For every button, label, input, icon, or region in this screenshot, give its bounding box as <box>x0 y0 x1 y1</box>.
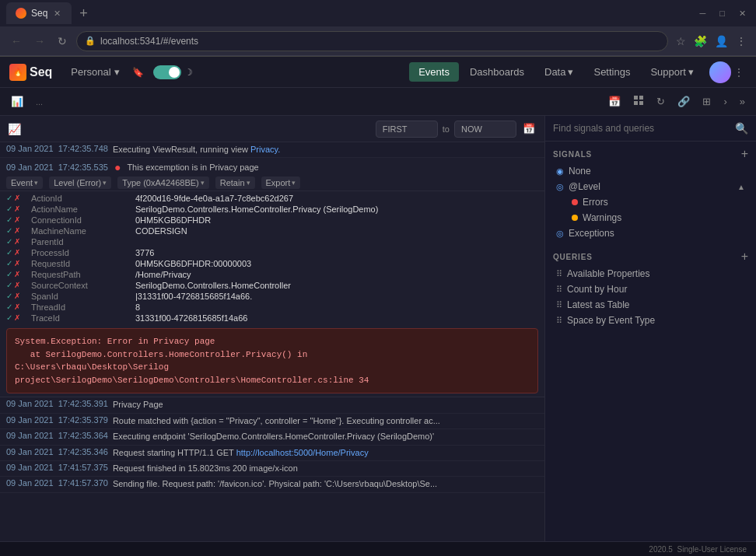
prop-value: 0HM5KGB6DFHDR <box>135 215 211 225</box>
nav-support-label: Support <box>650 66 686 78</box>
event-row[interactable]: 09 Jan 2021 17:42:35.379 Route matched w… <box>0 414 544 429</box>
nav-dashboards-link[interactable]: Dashboards <box>460 62 534 82</box>
app-logo: 🔥 Seq <box>9 64 52 81</box>
prop-row-processid: ✓✗ ProcessId 3776 <box>6 247 538 258</box>
signal-item-none[interactable]: ◉ None <box>553 163 748 179</box>
chart-toggle-button[interactable]: 📊 <box>6 93 28 110</box>
prop-value: 0HM5KGB6DFHDR:00000003 <box>135 259 251 268</box>
browser-chrome: Seq ✕ + ─ □ ✕ ← → ↻ 🔒 localhost:5341/#/e… <box>0 0 756 57</box>
toolbar-grid-button[interactable] <box>628 92 649 111</box>
forward-button[interactable]: → <box>31 33 48 49</box>
signal-item-warnings[interactable]: Warnings <box>569 210 748 226</box>
export-select[interactable]: Export ▾ <box>261 177 301 189</box>
toolbar-refresh-button[interactable]: ↻ <box>652 93 670 110</box>
nav-support-link[interactable]: Support ▾ <box>641 62 703 82</box>
toolbar-layout-button[interactable]: ⊞ <box>698 93 716 110</box>
privacy-link[interactable]: Privacy. <box>250 145 280 154</box>
new-tab-button[interactable]: + <box>75 5 93 22</box>
signal-item-level[interactable]: ◎ @Level ▲ <box>553 179 748 194</box>
sidebar-search-input[interactable] <box>553 123 730 134</box>
prop-x-icon: ✗ <box>14 248 20 257</box>
level-select[interactable]: Level (Error) ▾ <box>49 177 111 189</box>
nav-events-link[interactable]: Events <box>409 62 459 82</box>
lock-icon: 🔒 <box>85 36 96 46</box>
query-item-count-by-hour[interactable]: ⠿ Count by Hour <box>553 281 748 297</box>
retain-select[interactable]: Retain ▾ <box>215 177 255 189</box>
event-detail-header: 09 Jan 2021 17:42:35.535 ● This excempti… <box>0 158 544 175</box>
prop-row-actionname: ✓✗ ActionName SerilogDemo.Controllers.Ho… <box>6 204 538 215</box>
level-select-arrow-icon: ▾ <box>103 179 107 187</box>
expand-arrow-icon: ▲ <box>737 183 745 191</box>
tab-close-button[interactable]: ✕ <box>52 9 62 19</box>
bookmark-workspace-icon[interactable]: 🔖 <box>129 65 147 79</box>
signal-item-exceptions[interactable]: ◎ Exceptions <box>553 226 748 241</box>
type-select[interactable]: Type (0xA42468BE) ▾ <box>117 177 208 189</box>
prop-name: MachineName <box>31 226 132 236</box>
prop-row-connectionid: ✓✗ ConnectionId 0HM5KGB6DFHDR <box>6 215 538 226</box>
toolbar-link-button[interactable]: 🔗 <box>673 93 695 110</box>
toolbar-calendar-button[interactable]: 📅 <box>604 93 625 110</box>
event-row[interactable]: 09 Jan 2021 17:41:57.370 Sending file. R… <box>0 477 544 492</box>
add-query-button[interactable]: + <box>741 250 748 263</box>
menu-icon[interactable]: ⋮ <box>734 33 748 49</box>
nav-data-link[interactable]: Data ▾ <box>535 62 583 82</box>
prop-check-icon: ✓ <box>6 205 12 213</box>
theme-toggle-track[interactable] <box>153 65 181 79</box>
query-item-space-by-event-type[interactable]: ⠿ Space by Event Type <box>553 313 748 328</box>
prop-name: SourceContext <box>31 281 132 290</box>
prop-check-icon: ✓ <box>6 313 12 322</box>
time-from-input[interactable] <box>376 121 438 138</box>
signal-children: Errors Warnings <box>553 194 748 226</box>
event-row[interactable]: 09 Jan 2021 17:42:35.391 Privacy Page <box>0 397 544 413</box>
nav-more-button[interactable]: ⋮ <box>731 67 747 78</box>
close-window-button[interactable]: ✕ <box>735 7 750 20</box>
sidebar-search-icon[interactable]: 🔍 <box>735 122 748 135</box>
prop-row-sourcecontext: ✓✗ SourceContext SerilogDemo.Controllers… <box>6 280 538 291</box>
prop-row-parentid: ✓✗ ParentId <box>6 236 538 247</box>
event-row[interactable]: 09 Jan 2021 17:42:35.364 Executing endpo… <box>0 429 544 445</box>
back-button[interactable]: ← <box>8 33 25 49</box>
extensions-icon[interactable]: 🧩 <box>692 33 709 49</box>
license-label: Single-User License <box>677 545 747 554</box>
profile-icon[interactable]: 👤 <box>713 33 730 49</box>
bookmark-icon[interactable]: ☆ <box>674 33 688 49</box>
signal-item-errors[interactable]: Errors <box>569 194 748 210</box>
workspace-selector[interactable]: Personal ▾ <box>65 64 125 80</box>
maximize-button[interactable]: □ <box>716 7 729 19</box>
toolbar-more-button[interactable]: » <box>735 93 750 110</box>
reload-button[interactable]: ↻ <box>54 33 70 49</box>
user-avatar[interactable] <box>709 61 731 83</box>
event-row[interactable]: 09 Jan 2021 17:42:35.748 Executing ViewR… <box>0 142 544 158</box>
prop-value: 31331f00-4726815685f14a66 <box>135 313 247 323</box>
filter-input-area[interactable]: ... <box>31 94 47 110</box>
bar-chart-icon[interactable]: 📈 <box>8 123 21 135</box>
time-calendar-icon[interactable]: 📅 <box>521 121 537 136</box>
type-select-arrow-icon: ▾ <box>201 179 205 187</box>
event-type-select[interactable]: Event ▾ <box>6 177 43 189</box>
minimize-button[interactable]: ─ <box>696 7 710 19</box>
prop-check-icon: ✓ <box>6 259 12 268</box>
prop-check-icon: ✓ <box>6 302 12 311</box>
nav-settings-link[interactable]: Settings <box>584 62 639 82</box>
queries-section-header: QUERIES + <box>553 250 748 263</box>
query-item-available-properties[interactable]: ⠿ Available Properties <box>553 266 748 281</box>
url-bar[interactable]: 🔒 localhost:5341/#/events <box>76 31 668 51</box>
event-message: Route matched with {action = "Privacy", … <box>113 415 538 427</box>
event-row[interactable]: 09 Jan 2021 17:41:57.375 Request finishe… <box>0 461 544 477</box>
nav-support-arrow-icon: ▾ <box>688 66 694 78</box>
time-to-input[interactable] <box>454 121 516 138</box>
event-message: Executing ViewResult, running view Priva… <box>113 144 538 156</box>
query-item-latest-as-table[interactable]: ⠿ Latest as Table <box>553 297 748 313</box>
add-signal-button[interactable]: + <box>741 148 748 160</box>
theme-toggle[interactable]: ☽ <box>153 65 193 79</box>
app: 🔥 Seq Personal ▾ 🔖 ☽ Events Dashboards D… <box>0 57 756 556</box>
toolbar-chevron-button[interactable]: › <box>719 93 731 110</box>
localhost-link[interactable]: http://localhost:5000/Home/Privacy <box>236 448 369 457</box>
event-label: Event <box>11 178 33 187</box>
event-row[interactable]: 09 Jan 2021 17:42:35.346 Request startin… <box>0 446 544 461</box>
browser-tab[interactable]: Seq ✕ <box>6 2 72 24</box>
signals-section-header: SIGNALS + <box>553 148 748 160</box>
exception-block: System.Exception: Error in Privacy page … <box>6 328 538 393</box>
prop-name: ActionName <box>31 205 132 214</box>
event-detail-toolbar: Event ▾ Level (Error) ▾ Type (0xA42468BE… <box>0 175 544 191</box>
